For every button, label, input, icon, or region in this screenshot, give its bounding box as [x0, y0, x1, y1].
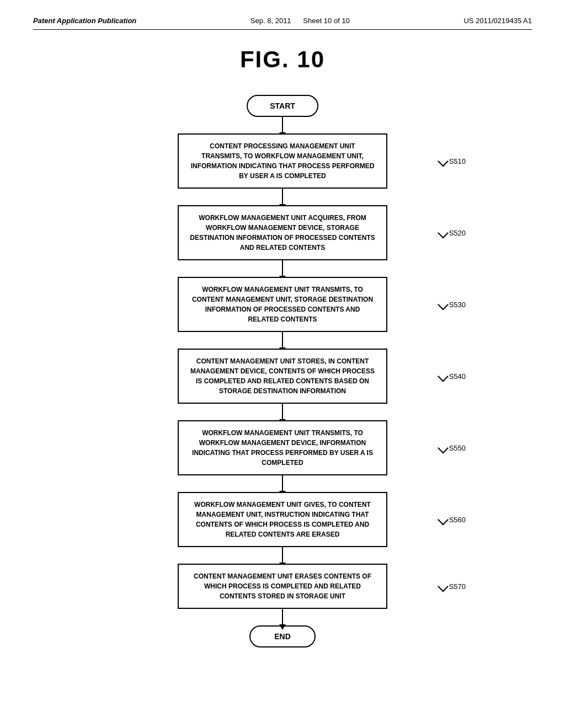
step-s520-box: WORKFLOW MANAGEMENT UNIT ACQUIRES, FROM …	[178, 205, 387, 260]
step-row-s530: WORKFLOW MANAGEMENT UNIT TRANSMITS, TO C…	[33, 277, 532, 332]
arrow-line	[282, 332, 283, 349]
patent-number: US 2011/0219435 A1	[463, 17, 532, 25]
publication-label: Patent Application Publication	[33, 17, 136, 25]
step-s520-label: S520	[439, 229, 466, 237]
step-s570-box: CONTENT MANAGEMENT UNIT ERASES CONTENTS …	[178, 564, 387, 609]
arrow-2	[282, 189, 283, 205]
step-s530-box: WORKFLOW MANAGEMENT UNIT TRANSMITS, TO C…	[178, 277, 387, 332]
step-s560-box: WORKFLOW MANAGEMENT UNIT GIVES, TO CONTE…	[178, 492, 387, 547]
arrow-7	[282, 547, 283, 564]
step-row-s510: CONTENT PROCESSING MANAGEMENT UNIT TRANS…	[33, 133, 532, 189]
step-row-s540: CONTENT MANAGEMENT UNIT STORES, IN CONTE…	[33, 349, 532, 404]
step-s570-label: S570	[439, 582, 466, 591]
step-row-s550: WORKFLOW MANAGEMENT UNIT TRANSMITS, TO W…	[33, 420, 532, 475]
step-s540-box: CONTENT MANAGEMENT UNIT STORES, IN CONTE…	[178, 349, 387, 404]
arrow-1	[282, 117, 283, 133]
arrow-3	[282, 260, 283, 277]
arrow-line	[282, 189, 283, 205]
figure-title: FIG. 10	[33, 46, 532, 73]
step-s550-box: WORKFLOW MANAGEMENT UNIT TRANSMITS, TO W…	[178, 420, 387, 475]
step-s520-text: WORKFLOW MANAGEMENT UNIT ACQUIRES, FROM …	[190, 214, 375, 251]
step-s530-text: WORKFLOW MANAGEMENT UNIT TRANSMITS, TO C…	[192, 286, 373, 323]
flowchart: START CONTENT PROCESSING MANAGEMENT UNIT…	[33, 95, 532, 647]
arrow-line	[282, 260, 283, 277]
step-s530-label: S530	[439, 301, 466, 309]
page: Patent Application Publication Sep. 8, 2…	[0, 0, 565, 728]
arrow-line	[282, 547, 283, 564]
step-s540-label: S540	[439, 372, 466, 381]
step-s560-label: S560	[439, 516, 466, 524]
step-s550-label: S550	[439, 444, 466, 452]
arrow-line	[282, 117, 283, 133]
step-row-s560: WORKFLOW MANAGEMENT UNIT GIVES, TO CONTE…	[33, 492, 532, 547]
step-row-s570: CONTENT MANAGEMENT UNIT ERASES CONTENTS …	[33, 564, 532, 609]
start-node: START	[247, 95, 318, 117]
step-s510-text: CONTENT PROCESSING MANAGEMENT UNIT TRANS…	[191, 142, 375, 180]
step-row-s520: WORKFLOW MANAGEMENT UNIT ACQUIRES, FROM …	[33, 205, 532, 260]
arrow-6	[282, 475, 283, 492]
step-s510-label: S510	[439, 157, 466, 165]
arrow-line	[282, 404, 283, 420]
arrow-5	[282, 404, 283, 420]
arrow-line	[282, 609, 283, 625]
step-s570-text: CONTENT MANAGEMENT UNIT ERASES CONTENTS …	[194, 572, 371, 600]
arrow-line	[282, 475, 283, 492]
arrow-8	[282, 609, 283, 625]
step-s560-text: WORKFLOW MANAGEMENT UNIT GIVES, TO CONTE…	[194, 501, 371, 538]
date-label: Sep. 8, 2011 Sheet 10 of 10	[250, 17, 350, 25]
step-s550-text: WORKFLOW MANAGEMENT UNIT TRANSMITS, TO W…	[192, 429, 373, 467]
step-s510-box: CONTENT PROCESSING MANAGEMENT UNIT TRANS…	[178, 133, 387, 189]
arrow-4	[282, 332, 283, 349]
step-s540-text: CONTENT MANAGEMENT UNIT STORES, IN CONTE…	[190, 357, 375, 395]
page-header: Patent Application Publication Sep. 8, 2…	[33, 17, 532, 30]
